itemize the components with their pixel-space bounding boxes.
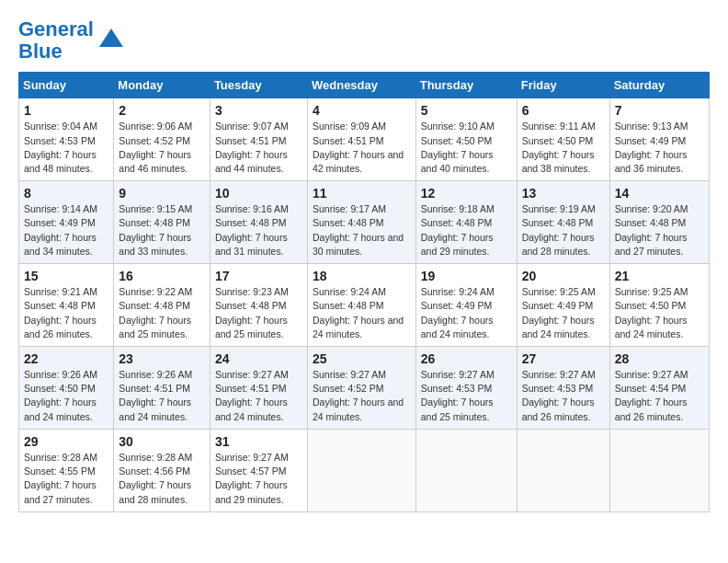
weekday-header-row: SundayMondayTuesdayWednesdayThursdayFrid… bbox=[19, 73, 710, 98]
day-info: Sunrise: 9:06 AMSunset: 4:52 PMDaylight:… bbox=[119, 121, 192, 174]
day-info: Sunrise: 9:27 AMSunset: 4:57 PMDaylight:… bbox=[215, 452, 289, 505]
weekday-header-cell: Wednesday bbox=[307, 73, 415, 98]
day-info: Sunrise: 9:28 AMSunset: 4:56 PMDaylight:… bbox=[119, 452, 192, 505]
day-info: Sunrise: 9:21 AMSunset: 4:48 PMDaylight:… bbox=[24, 286, 97, 339]
day-number: 8 bbox=[24, 186, 108, 201]
calendar-day-cell: 23 Sunrise: 9:26 AMSunset: 4:51 PMDaylig… bbox=[114, 347, 210, 430]
day-number: 17 bbox=[215, 269, 302, 283]
calendar-day-cell: 25 Sunrise: 9:27 AMSunset: 4:52 PMDaylig… bbox=[307, 347, 415, 430]
day-info: Sunrise: 9:11 AMSunset: 4:50 PMDaylight:… bbox=[522, 121, 596, 174]
day-number: 23 bbox=[119, 351, 205, 366]
calendar-day-cell bbox=[307, 429, 415, 511]
calendar-day-cell: 26 Sunrise: 9:27 AMSunset: 4:53 PMDaylig… bbox=[415, 347, 517, 430]
calendar-day-cell: 12 Sunrise: 9:18 AMSunset: 4:48 PMDaylig… bbox=[415, 181, 517, 264]
calendar-day-cell bbox=[517, 429, 609, 511]
logo: General Blue bbox=[18, 18, 125, 63]
day-info: Sunrise: 9:15 AMSunset: 4:48 PMDaylight:… bbox=[119, 203, 192, 257]
day-info: Sunrise: 9:27 AMSunset: 4:53 PMDaylight:… bbox=[522, 369, 596, 422]
calendar-day-cell: 9 Sunrise: 9:15 AMSunset: 4:48 PMDayligh… bbox=[114, 181, 210, 264]
calendar-day-cell: 8 Sunrise: 9:14 AMSunset: 4:49 PMDayligh… bbox=[19, 181, 114, 264]
day-info: Sunrise: 9:23 AMSunset: 4:48 PMDaylight:… bbox=[215, 286, 289, 339]
day-number: 2 bbox=[119, 103, 205, 118]
calendar-day-cell: 11 Sunrise: 9:17 AMSunset: 4:48 PMDaylig… bbox=[307, 181, 415, 264]
calendar-day-cell: 14 Sunrise: 9:20 AMSunset: 4:48 PMDaylig… bbox=[609, 181, 709, 264]
weekday-header-cell: Monday bbox=[114, 73, 210, 98]
day-info: Sunrise: 9:13 AMSunset: 4:49 PMDaylight:… bbox=[615, 121, 688, 174]
calendar-day-cell: 24 Sunrise: 9:27 AMSunset: 4:51 PMDaylig… bbox=[210, 347, 307, 430]
day-number: 1 bbox=[24, 103, 108, 118]
page-header: General Blue bbox=[18, 18, 710, 63]
day-info: Sunrise: 9:20 AMSunset: 4:48 PMDaylight:… bbox=[615, 203, 688, 257]
day-number: 7 bbox=[615, 103, 704, 118]
day-number: 19 bbox=[421, 269, 512, 283]
day-info: Sunrise: 9:04 AMSunset: 4:53 PMDaylight:… bbox=[24, 121, 97, 174]
day-info: Sunrise: 9:27 AMSunset: 4:54 PMDaylight:… bbox=[615, 369, 688, 422]
calendar-day-cell: 2 Sunrise: 9:06 AMSunset: 4:52 PMDayligh… bbox=[114, 98, 210, 181]
day-number: 4 bbox=[313, 103, 411, 118]
calendar-day-cell: 18 Sunrise: 9:24 AMSunset: 4:48 PMDaylig… bbox=[307, 264, 415, 347]
calendar-day-cell: 6 Sunrise: 9:11 AMSunset: 4:50 PMDayligh… bbox=[517, 98, 609, 181]
day-info: Sunrise: 9:19 AMSunset: 4:48 PMDaylight:… bbox=[522, 203, 596, 257]
weekday-header-cell: Sunday bbox=[19, 73, 114, 98]
day-number: 18 bbox=[313, 269, 411, 283]
calendar-day-cell: 21 Sunrise: 9:25 AMSunset: 4:50 PMDaylig… bbox=[609, 264, 709, 347]
day-info: Sunrise: 9:26 AMSunset: 4:50 PMDaylight:… bbox=[24, 369, 97, 422]
day-number: 14 bbox=[615, 186, 704, 201]
day-number: 11 bbox=[313, 186, 411, 201]
day-info: Sunrise: 9:22 AMSunset: 4:48 PMDaylight:… bbox=[119, 286, 192, 339]
day-number: 29 bbox=[24, 434, 108, 449]
day-number: 24 bbox=[215, 351, 302, 366]
calendar-day-cell: 28 Sunrise: 9:27 AMSunset: 4:54 PMDaylig… bbox=[609, 347, 709, 430]
day-info: Sunrise: 9:16 AMSunset: 4:48 PMDaylight:… bbox=[215, 203, 289, 257]
day-number: 21 bbox=[615, 269, 704, 283]
calendar-week-row: 1 Sunrise: 9:04 AMSunset: 4:53 PMDayligh… bbox=[19, 98, 710, 181]
day-info: Sunrise: 9:27 AMSunset: 4:51 PMDaylight:… bbox=[215, 369, 289, 422]
calendar-day-cell: 13 Sunrise: 9:19 AMSunset: 4:48 PMDaylig… bbox=[517, 181, 609, 264]
calendar-day-cell: 3 Sunrise: 9:07 AMSunset: 4:51 PMDayligh… bbox=[210, 98, 307, 181]
calendar-table: SundayMondayTuesdayWednesdayThursdayFrid… bbox=[18, 72, 710, 511]
weekday-header-cell: Friday bbox=[517, 73, 609, 98]
calendar-day-cell: 27 Sunrise: 9:27 AMSunset: 4:53 PMDaylig… bbox=[517, 347, 609, 430]
day-number: 31 bbox=[215, 434, 302, 449]
day-number: 12 bbox=[421, 186, 512, 201]
day-info: Sunrise: 9:27 AMSunset: 4:52 PMDaylight:… bbox=[313, 369, 404, 422]
day-number: 6 bbox=[522, 103, 605, 118]
day-number: 27 bbox=[522, 351, 605, 366]
day-info: Sunrise: 9:17 AMSunset: 4:48 PMDaylight:… bbox=[313, 203, 404, 257]
day-info: Sunrise: 9:24 AMSunset: 4:49 PMDaylight:… bbox=[421, 286, 495, 339]
day-number: 9 bbox=[119, 186, 205, 201]
calendar-day-cell: 19 Sunrise: 9:24 AMSunset: 4:49 PMDaylig… bbox=[415, 264, 517, 347]
calendar-week-row: 15 Sunrise: 9:21 AMSunset: 4:48 PMDaylig… bbox=[19, 264, 710, 347]
calendar-day-cell: 20 Sunrise: 9:25 AMSunset: 4:49 PMDaylig… bbox=[517, 264, 609, 347]
logo-icon bbox=[97, 27, 125, 54]
calendar-day-cell: 1 Sunrise: 9:04 AMSunset: 4:53 PMDayligh… bbox=[19, 98, 114, 181]
calendar-week-row: 8 Sunrise: 9:14 AMSunset: 4:49 PMDayligh… bbox=[19, 181, 710, 264]
weekday-header-cell: Thursday bbox=[415, 73, 517, 98]
weekday-header-cell: Saturday bbox=[609, 73, 709, 98]
day-info: Sunrise: 9:27 AMSunset: 4:53 PMDaylight:… bbox=[421, 369, 495, 422]
calendar-day-cell: 17 Sunrise: 9:23 AMSunset: 4:48 PMDaylig… bbox=[210, 264, 307, 347]
day-info: Sunrise: 9:14 AMSunset: 4:49 PMDaylight:… bbox=[24, 203, 97, 257]
day-number: 28 bbox=[615, 351, 704, 366]
day-info: Sunrise: 9:25 AMSunset: 4:49 PMDaylight:… bbox=[522, 286, 596, 339]
svg-marker-0 bbox=[99, 29, 123, 47]
calendar-day-cell: 10 Sunrise: 9:16 AMSunset: 4:48 PMDaylig… bbox=[210, 181, 307, 264]
logo-text: General Blue bbox=[18, 18, 94, 63]
calendar-day-cell bbox=[609, 429, 709, 511]
weekday-header-cell: Tuesday bbox=[210, 73, 307, 98]
day-number: 13 bbox=[522, 186, 605, 201]
day-number: 15 bbox=[24, 269, 108, 283]
day-number: 20 bbox=[522, 269, 605, 283]
day-info: Sunrise: 9:09 AMSunset: 4:51 PMDaylight:… bbox=[313, 121, 404, 174]
calendar-body: 1 Sunrise: 9:04 AMSunset: 4:53 PMDayligh… bbox=[19, 98, 710, 511]
calendar-day-cell: 31 Sunrise: 9:27 AMSunset: 4:57 PMDaylig… bbox=[210, 429, 307, 511]
calendar-day-cell: 29 Sunrise: 9:28 AMSunset: 4:55 PMDaylig… bbox=[19, 429, 114, 511]
calendar-day-cell: 4 Sunrise: 9:09 AMSunset: 4:51 PMDayligh… bbox=[307, 98, 415, 181]
day-number: 16 bbox=[119, 269, 205, 283]
day-number: 10 bbox=[215, 186, 302, 201]
calendar-week-row: 22 Sunrise: 9:26 AMSunset: 4:50 PMDaylig… bbox=[19, 347, 710, 430]
calendar-day-cell bbox=[415, 429, 517, 511]
calendar-day-cell: 16 Sunrise: 9:22 AMSunset: 4:48 PMDaylig… bbox=[114, 264, 210, 347]
day-info: Sunrise: 9:18 AMSunset: 4:48 PMDaylight:… bbox=[421, 203, 495, 257]
day-info: Sunrise: 9:07 AMSunset: 4:51 PMDaylight:… bbox=[215, 121, 289, 174]
